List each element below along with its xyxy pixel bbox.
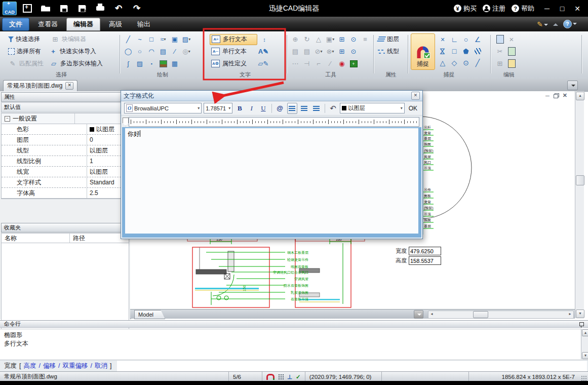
chamfer-tool-icon[interactable]: ⌐ <box>314 59 323 68</box>
bold-button[interactable]: B <box>234 103 245 113</box>
mtext-button[interactable]: A≡多行文本 <box>210 34 257 45</box>
quick-select-button[interactable]: 快速选择 <box>7 34 41 45</box>
pencil-tool-icon[interactable]: ∕ <box>170 47 179 56</box>
command-panel-header[interactable]: 命令行 <box>0 320 588 328</box>
layout-list-button[interactable] <box>414 310 423 319</box>
add-library-icon[interactable]: + <box>349 59 358 68</box>
select-all-button[interactable]: 选择所有 <box>7 47 42 57</box>
horizontal-scroll-thumb[interactable] <box>473 311 488 318</box>
mtext-edit-area[interactable]: 你好 <box>122 127 421 238</box>
close-button[interactable]: ✕ <box>571 5 584 13</box>
move-tool-icon[interactable]: ⊕ <box>291 35 300 44</box>
tab-editor[interactable]: 编辑器 <box>66 18 100 31</box>
snap-status-icon[interactable] <box>266 374 275 380</box>
command-history[interactable]: 椭圆形 多行文本 <box>0 329 581 359</box>
property-row-text-height[interactable]: 字体高2.5 <box>2 188 129 199</box>
snap-intersection-icon[interactable]: × <box>437 34 448 45</box>
snap-midpoint-icon[interactable]: △ <box>437 57 448 68</box>
format-painter-button[interactable] <box>507 59 516 68</box>
erase-tool-icon[interactable]: ⊘▾ <box>314 47 323 56</box>
scroll-down-icon[interactable]: ▾ <box>576 310 584 318</box>
open-file-button[interactable] <box>38 3 53 15</box>
customize-toolbar-button[interactable]: ✎ <box>537 20 548 28</box>
property-row-text-style[interactable]: 文字样式Standard <box>2 177 129 188</box>
align-center-button[interactable] <box>299 103 309 114</box>
snap-polygon-icon[interactable] <box>460 46 472 57</box>
prompt-option-double-offset[interactable]: 双重偏移 <box>62 362 88 370</box>
properties-panel-header[interactable]: 属性 <box>1 92 129 102</box>
save-button[interactable] <box>56 3 71 15</box>
underline-button[interactable]: U <box>258 103 268 113</box>
mdi-minimize-button[interactable]: ─ <box>545 93 550 99</box>
explode-tool-icon[interactable]: ⊗▾ <box>326 47 335 56</box>
vertical-scroll-thumb[interactable] <box>576 175 584 185</box>
spline-tool-icon[interactable]: ʃ <box>124 59 133 68</box>
width-input[interactable] <box>409 247 441 255</box>
prompt-option-height[interactable]: 高度 <box>23 362 36 370</box>
attribute-definition-button[interactable]: A⚙属性定义 <box>210 59 256 69</box>
undo-button[interactable]: ↶ <box>328 103 338 113</box>
font-select[interactable]: O BrowalliaUPC▾ <box>124 103 202 113</box>
circle-tool-icon[interactable]: ◯ <box>124 47 133 56</box>
tab-file[interactable]: 文件 <box>2 18 29 31</box>
align-tool-icon[interactable]: ≡ <box>361 35 370 44</box>
scroll-up-icon[interactable]: ▴ <box>576 92 584 100</box>
property-row-layer[interactable]: 图层0 <box>2 135 129 145</box>
join-tool-icon[interactable]: ⊣ <box>302 59 311 68</box>
polygon-entity-input-button[interactable]: ▱多边形实体输入 <box>48 59 104 69</box>
arc-tool-icon[interactable]: ◠ <box>147 47 156 56</box>
group-tool-icon[interactable]: ⊞ <box>337 47 346 56</box>
wipeout-tool-icon[interactable]: ▨▾ <box>182 35 191 44</box>
symbol-button[interactable]: @ <box>275 103 285 113</box>
close-document-icon[interactable]: ✕ <box>65 82 73 90</box>
ruler[interactable] <box>129 117 419 127</box>
paste-button[interactable] <box>495 35 504 44</box>
buy-button[interactable]: 购买 <box>463 4 477 13</box>
collapse-icon[interactable]: − <box>5 116 10 122</box>
offset-tool-icon[interactable]: ▣▾ <box>326 35 335 44</box>
scroll-down-icon[interactable]: ▾ <box>582 352 588 359</box>
freehand-tool-icon[interactable]: ~ <box>135 35 144 44</box>
block-editor-button[interactable]: ⊞块编辑器 <box>50 34 87 45</box>
text-scale-icon[interactable]: ↕ <box>260 35 269 44</box>
cut-button[interactable]: ✂ <box>495 47 504 56</box>
help-button[interactable]: 帮助 <box>521 4 534 13</box>
command-scrollbar[interactable]: ▴ ▾ <box>581 329 588 359</box>
prompt-option-offset[interactable]: 偏移 <box>43 362 56 370</box>
tab-stop-marker[interactable] <box>123 118 129 126</box>
linetype-button[interactable]: 线型 <box>377 47 400 57</box>
scroll-up-icon[interactable]: ▴ <box>582 329 588 336</box>
maximize-button[interactable]: □ <box>556 5 569 13</box>
command-input[interactable] <box>117 361 587 371</box>
image-tool-icon[interactable] <box>159 59 168 68</box>
align-left-button[interactable] <box>287 103 297 114</box>
text-height-select[interactable]: 1.78571▾ <box>204 103 232 113</box>
mdi-restore-button[interactable] <box>554 93 559 98</box>
minimize-button[interactable]: ─ <box>540 5 554 13</box>
save-as-pdf-button[interactable] <box>74 3 90 15</box>
snap-apparent-intersection-icon[interactable]: ⋈ <box>437 46 448 57</box>
array-tool-icon[interactable]: ⊙ <box>349 35 358 44</box>
new-file-button[interactable] <box>20 3 35 15</box>
break-tool-icon[interactable]: ⋯ <box>291 59 300 68</box>
property-row-linetype[interactable]: 线型以图层 <box>2 145 129 156</box>
measure-tool-icon[interactable]: ⊙ <box>349 47 358 56</box>
redo-button[interactable]: ↷ <box>129 3 144 15</box>
favorites-panel-header[interactable]: 收藏夹 <box>1 223 129 233</box>
mirror-tool-icon[interactable]: △ <box>314 35 323 44</box>
tab-advanced[interactable]: 高级 <box>102 18 129 30</box>
property-row-lineweight[interactable]: 线宽以图层 <box>2 167 129 177</box>
rectangle-tool-icon[interactable]: □ <box>147 35 156 44</box>
edit-text-icon[interactable]: ▱✎ <box>259 59 268 68</box>
tab-viewer[interactable]: 查看器 <box>31 18 64 30</box>
favorites-col-path[interactable]: 路径 <box>70 234 85 243</box>
copy-object-icon[interactable]: ◎▾ <box>182 47 191 56</box>
block-insert-icon[interactable]: ▣ <box>170 35 179 44</box>
point-tool-icon[interactable]: ▪ <box>147 59 156 68</box>
italic-button[interactable]: I <box>247 103 256 113</box>
quick-entity-import-button[interactable]: +快速实体导入 <box>48 47 97 57</box>
rotate-tool-icon[interactable]: ↻ <box>302 35 311 44</box>
property-row-linetype-scale[interactable]: 线型比例1 <box>2 156 129 167</box>
property-row-color[interactable]: 色彩 以图层 <box>2 124 129 135</box>
multi-circle-icon[interactable]: ◉ <box>337 59 346 68</box>
